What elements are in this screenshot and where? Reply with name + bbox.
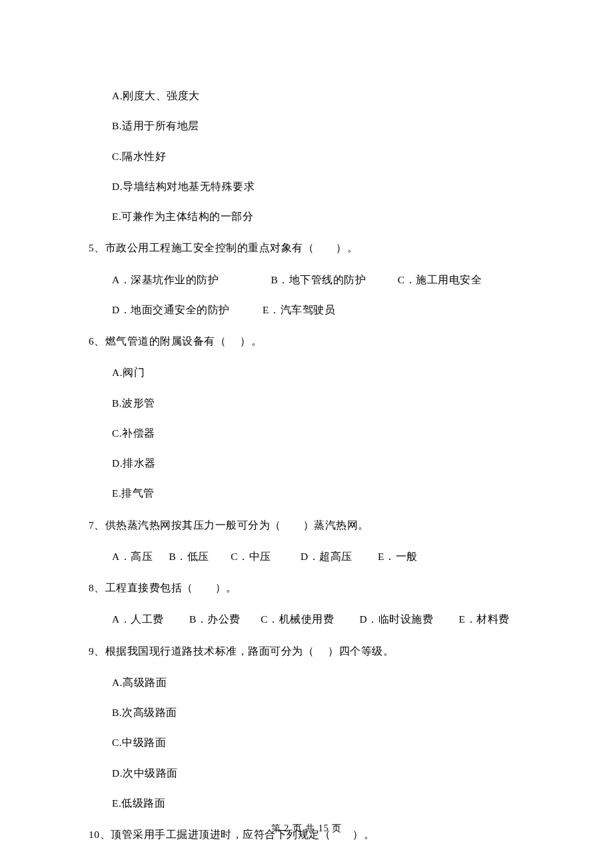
q8-option-c: C．机械使用费 <box>261 611 334 627</box>
q6-option-c: C.补偿器 <box>89 425 524 441</box>
q6-option-b: B.波形管 <box>89 395 524 411</box>
q9-option-d: D.次中级路面 <box>89 765 524 781</box>
q6-option-d: D.排水器 <box>89 455 524 471</box>
q8-options: A．人工费 B．办公费 C．机械使用费 D．临时设施费 E．材料费 <box>89 611 524 627</box>
q8-stem: 8、工程直接费包括（ ）。 <box>89 580 524 595</box>
q9-option-c: C.中级路面 <box>89 735 524 750</box>
page-content: A.刚度大、强度大 B.适用于所有地层 C.隔水性好 D.导墙结构对地基无特殊要… <box>0 0 613 842</box>
q5-option-a: A．深基坑作业的防护 <box>112 272 219 287</box>
q8-option-a: A．人工费 <box>112 611 164 627</box>
q5-option-e: E．汽车驾驶员 <box>263 302 335 317</box>
q6-option-e: E.排气管 <box>89 485 524 501</box>
q4-option-b: B.适用于所有地层 <box>89 118 524 133</box>
q7-option-b: B．低压 <box>169 549 209 564</box>
q4-option-c: C.隔水性好 <box>89 149 524 164</box>
q9-option-e: E.低级路面 <box>89 795 524 811</box>
q5-options-row1: A．深基坑作业的防护 B．地下管线的防护 C．施工用电安全 <box>89 272 524 287</box>
q7-option-a: A．高压 <box>112 549 153 564</box>
q9-option-b: B.次高级路面 <box>89 705 524 720</box>
q7-stem: 7、供热蒸汽热网按其压力一般可分为（ ）蒸汽热网。 <box>89 517 524 533</box>
q5-stem: 5、市政公用工程施工安全控制的重点对象有（ ）。 <box>89 240 524 255</box>
q8-option-b: B．办公费 <box>189 611 241 627</box>
q5-option-d: D．地面交通安全的防护 <box>112 302 230 317</box>
q5-options-row2: D．地面交通安全的防护 E．汽车驾驶员 <box>89 302 524 317</box>
q9-stem: 9、根据我国现行道路技术标准，路面可分为（ ）四个等级。 <box>89 643 524 659</box>
q8-option-d: D．临时设施费 <box>360 611 434 627</box>
q4-option-a: A.刚度大、强度大 <box>89 88 524 103</box>
q6-option-a: A.阀门 <box>89 365 524 380</box>
q5-option-c: C．施工用电安全 <box>398 272 482 287</box>
q7-options: A．高压 B．低压 C．中压 D．超高压 E．一般 <box>89 549 524 564</box>
q4-option-e: E.可兼作为主体结构的一部分 <box>89 209 524 224</box>
q4-option-d: D.导墙结构对地基无特殊要求 <box>89 179 524 194</box>
q5-option-b: B．地下管线的防护 <box>271 272 366 287</box>
q6-stem: 6、燃气管道的附属设备有（ ）。 <box>89 333 524 349</box>
q7-option-c: C．中压 <box>231 549 271 564</box>
q7-option-d: D．超高压 <box>301 549 352 564</box>
q9-option-a: A.高级路面 <box>89 675 524 690</box>
q8-option-e: E．材料费 <box>459 611 510 627</box>
page-footer: 第 2 页 共 15 页 <box>0 823 613 835</box>
q7-option-e: E．一般 <box>378 549 417 564</box>
